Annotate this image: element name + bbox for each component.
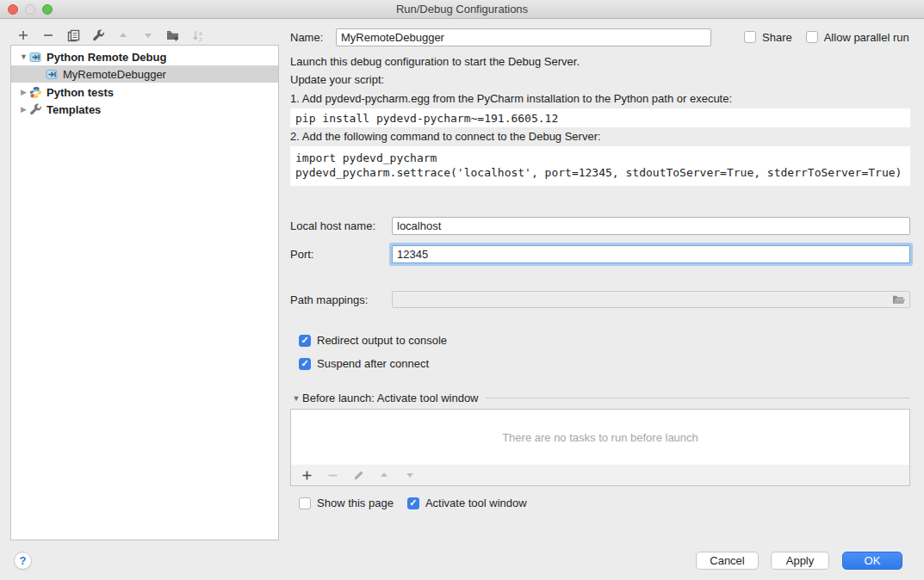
move-task-up-icon <box>377 468 391 482</box>
tree-item-python-tests[interactable]: ▶ Python tests <box>11 83 278 101</box>
tree-item-label: Python Remote Debug <box>47 51 166 64</box>
intro-text: Launch this debug configuration to start… <box>290 55 580 69</box>
remote-debug-config-icon <box>46 68 59 81</box>
local-host-row: Local host name: <box>290 215 910 236</box>
name-label: Name: <box>290 31 336 44</box>
path-mappings-row: Path mappings: <box>290 289 910 310</box>
redirect-output-checkbox[interactable]: ✓ Redirect output to console <box>299 334 447 347</box>
path-mappings-input[interactable] <box>392 291 910 308</box>
configuration-editor: Name: ✓ Share ✓ Allow parallel run Launc… <box>290 0 910 580</box>
chevron-right-icon[interactable]: ▶ <box>18 105 29 114</box>
apply-button[interactable]: Apply <box>771 552 829 570</box>
chevron-down-icon[interactable]: ▼ <box>290 394 302 403</box>
checkbox-icon: ✓ <box>744 31 756 43</box>
footer-options: ✓ Show this page ✓ Activate tool window <box>290 497 527 509</box>
name-row: Name: ✓ Share ✓ Allow parallel run <box>290 28 910 46</box>
before-launch-header[interactable]: ▼ Before launch: Activate tool window <box>290 392 910 404</box>
code-line-1: import pydevd_pycharm <box>295 151 437 164</box>
remove-configuration-icon[interactable] <box>41 28 55 42</box>
port-label: Port: <box>290 248 392 261</box>
move-task-down-icon <box>403 468 417 482</box>
activate-tool-window-checkbox[interactable]: ✓ Activate tool window <box>407 497 527 509</box>
tree-item-label: Python tests <box>47 86 114 99</box>
local-host-input[interactable] <box>392 217 910 235</box>
remove-task-icon <box>326 468 339 482</box>
before-launch-title: Before launch: Activate tool window <box>302 392 479 404</box>
name-input[interactable] <box>336 28 711 46</box>
new-folder-icon[interactable] <box>166 28 180 42</box>
close-window-button[interactable] <box>8 4 18 15</box>
sort-alphabetically-icon: a z <box>191 28 205 42</box>
edit-templates-wrench-icon[interactable] <box>91 28 105 42</box>
checkbox-icon: ✓ <box>407 497 419 509</box>
no-tasks-text: There are no tasks to run before launch <box>502 431 698 444</box>
configurations-toolbar: a z <box>16 27 205 44</box>
before-launch-task-list[interactable]: There are no tasks to run before launch <box>290 409 910 466</box>
step1-text: 1. Add pydevd-pycharm.egg from the PyCha… <box>290 92 732 106</box>
tree-item-templates[interactable]: ▶ Templates <box>11 101 278 118</box>
code-line-2: pydevd_pycharm.settrace('localhost', por… <box>295 166 902 179</box>
checkbox-icon: ✓ <box>806 31 818 43</box>
share-label: Share <box>762 31 792 44</box>
checkbox-icon: ✓ <box>299 358 311 370</box>
share-checkbox[interactable]: ✓ Share <box>744 31 792 44</box>
update-script-text: Update your script: <box>290 73 384 87</box>
python-tests-icon <box>29 86 42 99</box>
add-configuration-icon[interactable] <box>16 28 30 42</box>
allow-parallel-run-checkbox[interactable]: ✓ Allow parallel run <box>806 31 909 44</box>
move-down-icon <box>141 28 155 42</box>
path-mappings-label: Path mappings: <box>290 293 392 306</box>
tree-item-python-remote-debug[interactable]: ▼ Python Remote Debug <box>11 48 278 65</box>
svg-text:a: a <box>199 29 202 35</box>
ok-button[interactable]: OK <box>842 552 902 570</box>
chevron-down-icon[interactable]: ▼ <box>18 52 29 61</box>
local-host-label: Local host name: <box>290 219 392 232</box>
pip-install-command: pip install pydevd-pycharm~=191.6605.12 <box>290 108 910 127</box>
configurations-tree: ▼ Python Remote Debug MyRemoteDebugger ▶ <box>10 45 279 540</box>
checkbox-icon: ✓ <box>299 335 311 347</box>
before-launch-toolbar <box>290 465 910 486</box>
cancel-button[interactable]: Cancel <box>696 552 759 570</box>
port-input[interactable] <box>392 245 910 263</box>
activate-tool-window-label: Activate tool window <box>425 497 527 509</box>
chevron-right-icon[interactable]: ▶ <box>18 88 29 96</box>
add-task-icon[interactable] <box>300 468 313 482</box>
port-row: Port: <box>290 244 910 264</box>
window-controls <box>8 0 53 19</box>
copy-configuration-icon[interactable] <box>66 28 80 42</box>
templates-wrench-icon <box>29 103 42 116</box>
tree-item-label: MyRemoteDebugger <box>63 68 166 81</box>
tree-item-label: Templates <box>47 103 101 116</box>
checkbox-icon: ✓ <box>299 497 311 509</box>
tree-item-myremotedebugger[interactable]: MyRemoteDebugger <box>11 65 278 83</box>
settrace-code-block: import pydevd_pycharmpydevd_pycharm.sett… <box>290 146 910 186</box>
redirect-output-label: Redirect output to console <box>317 334 447 347</box>
remote-debug-config-icon <box>29 51 42 64</box>
step2-text: 2. Add the following command to connect … <box>290 130 601 144</box>
help-button[interactable]: ? <box>14 552 32 570</box>
zoom-window-button[interactable] <box>42 4 53 15</box>
minimize-window-button <box>25 4 35 15</box>
suspend-after-connect-label: Suspend after connect <box>317 357 429 370</box>
show-this-page-label: Show this page <box>317 497 394 509</box>
browse-folder-icon[interactable] <box>891 293 907 306</box>
svg-text:z: z <box>199 36 202 42</box>
edit-task-pencil-icon <box>351 468 365 482</box>
show-this-page-checkbox[interactable]: ✓ Show this page <box>299 497 394 509</box>
move-up-icon <box>116 28 130 42</box>
allow-parallel-run-label: Allow parallel run <box>824 31 909 44</box>
suspend-after-connect-checkbox[interactable]: ✓ Suspend after connect <box>299 357 429 370</box>
section-divider <box>486 398 910 398</box>
